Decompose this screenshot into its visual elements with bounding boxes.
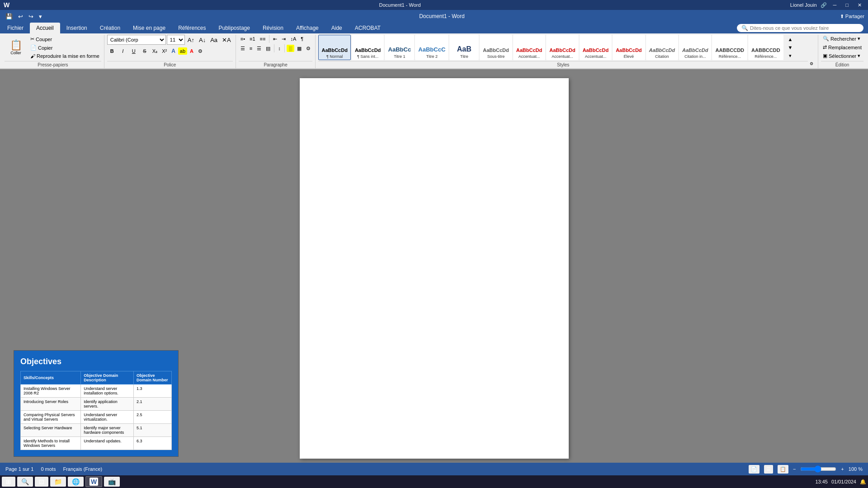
style-item-accentuat3[interactable]: AaBbCcDdAccentuat... xyxy=(580,35,612,60)
line-spacing-button[interactable]: ↕ xyxy=(276,45,283,52)
read-mode-button[interactable]: 📋 xyxy=(778,465,788,474)
style-item-reference1[interactable]: AABBCCDDRéférence... xyxy=(712,35,747,60)
store-button[interactable]: 📺 xyxy=(104,477,120,487)
numbering-button[interactable]: ≡1 xyxy=(248,35,257,42)
style-item-reference2[interactable]: AABBCCDDRéférence... xyxy=(748,35,783,60)
zoom-minus-button[interactable]: − xyxy=(793,466,796,472)
text-highlight-button[interactable]: ab xyxy=(178,47,187,55)
edge-icon: 🌐 xyxy=(72,478,80,485)
decrease-indent-button[interactable]: ⇤ xyxy=(271,35,279,43)
border-button[interactable]: ▦ xyxy=(295,45,303,52)
justify-button[interactable]: ▤ xyxy=(264,45,272,52)
tab-acrobat[interactable]: ACROBAT xyxy=(349,23,387,33)
tab-affichage[interactable]: Affichage xyxy=(290,23,325,33)
decrease-font-button[interactable]: A↓ xyxy=(197,36,208,44)
search-taskbar-button[interactable]: 🔍 xyxy=(17,477,33,487)
bold-button[interactable]: B xyxy=(107,47,117,55)
qa-dropdown-button[interactable]: ▾ xyxy=(37,12,44,21)
text-effects-button[interactable]: A xyxy=(170,47,177,55)
zoom-slider[interactable] xyxy=(800,465,836,473)
align-left-button[interactable]: ☰ xyxy=(239,45,247,52)
change-case-button[interactable]: Aа xyxy=(208,36,219,44)
task-view-button[interactable]: ⊡ xyxy=(35,477,48,487)
edge-button[interactable]: 🌐 xyxy=(68,477,84,487)
styles-settings-button[interactable]: ⚙ xyxy=(808,61,815,67)
style-item-citation-in[interactable]: AaBbCcDdCitation in... xyxy=(679,35,711,60)
word-taskbar-button[interactable]: W xyxy=(85,476,102,487)
styles-down-button[interactable]: ▼ xyxy=(786,44,795,51)
tab-aide[interactable]: Aide xyxy=(325,23,349,33)
selectionner-button[interactable]: ▣ Sélectionner ▾ xyxy=(821,52,862,60)
zoom-level[interactable]: 100 % xyxy=(849,466,863,472)
couper-button[interactable]: ✂ Couper xyxy=(28,35,101,43)
bullets-button[interactable]: ≡• xyxy=(239,35,247,42)
superscript-button[interactable]: X² xyxy=(160,47,169,55)
font-size-select[interactable]: 11 8910121416 xyxy=(167,35,185,45)
share-icon[interactable]: 🔗 xyxy=(821,2,827,8)
zoom-plus-button[interactable]: + xyxy=(841,466,844,472)
print-layout-button[interactable]: 📄 xyxy=(749,465,760,474)
multilevel-button[interactable]: ≡≡ xyxy=(258,35,268,42)
sort-button[interactable]: ↕A xyxy=(288,35,298,42)
font-color-button[interactable]: A xyxy=(188,47,195,55)
redo-button[interactable]: ↪ xyxy=(27,12,35,21)
maximize-button[interactable]: □ xyxy=(843,2,851,8)
tab-fichier[interactable]: Fichier xyxy=(1,23,30,33)
copier-button[interactable]: 📄 Copier xyxy=(28,44,101,52)
table-cell: Introducing Server Roles xyxy=(21,398,81,411)
tab-revision[interactable]: Révision xyxy=(256,23,290,33)
increase-font-button[interactable]: A↑ xyxy=(186,36,196,44)
style-item-eleve[interactable]: AaBbCcDdÉlevé xyxy=(613,35,645,60)
style-item-titre[interactable]: AaBTitre xyxy=(449,35,479,60)
style-item-accentuat2[interactable]: AaBbCcDdAccentuat... xyxy=(546,35,578,60)
word-page[interactable] xyxy=(300,78,569,459)
underline-button[interactable]: U xyxy=(129,47,139,55)
save-button[interactable]: 💾 xyxy=(4,12,14,21)
shading-button[interactable]: ░ xyxy=(287,45,295,52)
tab-references[interactable]: Références xyxy=(172,23,212,33)
increase-indent-button[interactable]: ⇥ xyxy=(280,35,288,43)
share-ribbon-button[interactable]: ⬆ Partager xyxy=(840,14,864,19)
coller-button[interactable]: 📋 Coller xyxy=(5,39,27,56)
styles-expand-button[interactable]: ▾ xyxy=(786,52,795,60)
tab-accueil[interactable]: Accueil xyxy=(30,23,60,33)
slide-title: Objectives xyxy=(20,357,172,366)
styles-up-button[interactable]: ▲ xyxy=(786,36,795,43)
style-item-accentuat1[interactable]: AaBbCcDdAccentuat... xyxy=(513,35,545,60)
strikethrough-button[interactable]: S xyxy=(140,47,150,55)
tab-mise-en-page[interactable]: Mise en page xyxy=(127,23,172,33)
user-name[interactable]: Lionel Jouin xyxy=(790,2,817,8)
explorer-button[interactable]: 📁 xyxy=(50,477,66,487)
start-button[interactable]: ⊞ xyxy=(2,477,15,487)
style-item-titre1[interactable]: AaBbCcTitre 1 xyxy=(385,35,414,60)
subscript-button[interactable]: X₂ xyxy=(151,47,159,55)
style-item-normal[interactable]: AaBbCcDd¶ Normal xyxy=(318,35,350,60)
undo-button[interactable]: ↩ xyxy=(16,12,25,21)
tab-creation[interactable]: Création xyxy=(94,23,127,33)
close-button[interactable]: ✕ xyxy=(855,2,864,8)
document-area: Objectives Skills/ConceptsObjective Doma… xyxy=(0,69,868,470)
clear-format-button[interactable]: ✕A xyxy=(220,36,233,44)
reproduire-button[interactable]: 🖌 Reproduire la mise en forme xyxy=(28,52,101,60)
align-center-button[interactable]: ≡ xyxy=(248,45,254,52)
notification-icon[interactable]: 🔔 xyxy=(860,479,866,485)
tab-publipostage[interactable]: Publipostage xyxy=(212,23,256,33)
minimize-button[interactable]: ─ xyxy=(830,2,840,8)
style-item-sans-interligne[interactable]: AaBbCcDd¶ Sans int... xyxy=(352,35,384,60)
web-layout-button[interactable]: ☰ xyxy=(764,465,773,474)
font-family-select[interactable]: Calibri (Corp xyxy=(107,35,166,45)
para-settings-button[interactable]: ⚙ xyxy=(304,45,312,52)
title-bar-right: Lionel Jouin 🔗 ─ □ ✕ xyxy=(790,2,864,8)
style-item-citation[interactable]: AaBbCcDdCitation xyxy=(646,35,678,60)
show-marks-button[interactable]: ¶ xyxy=(299,35,305,42)
rechercher-button[interactable]: 🔍 Rechercher ▾ xyxy=(821,35,862,42)
style-item-sous-titre[interactable]: AaBbCcDdSous-titre xyxy=(480,35,512,60)
tab-insertion[interactable]: Insertion xyxy=(60,23,94,33)
table-cell: Identify application servers. xyxy=(81,398,134,411)
align-right-button[interactable]: ☰ xyxy=(255,45,263,52)
italic-button[interactable]: I xyxy=(118,47,128,55)
remplacer-button[interactable]: ⇄ Remplacement xyxy=(821,43,863,51)
font-settings-button[interactable]: ⚙ xyxy=(196,47,204,55)
style-item-titre2[interactable]: AaBbCcCTitre 2 xyxy=(415,35,448,60)
search-input[interactable] xyxy=(750,25,859,31)
